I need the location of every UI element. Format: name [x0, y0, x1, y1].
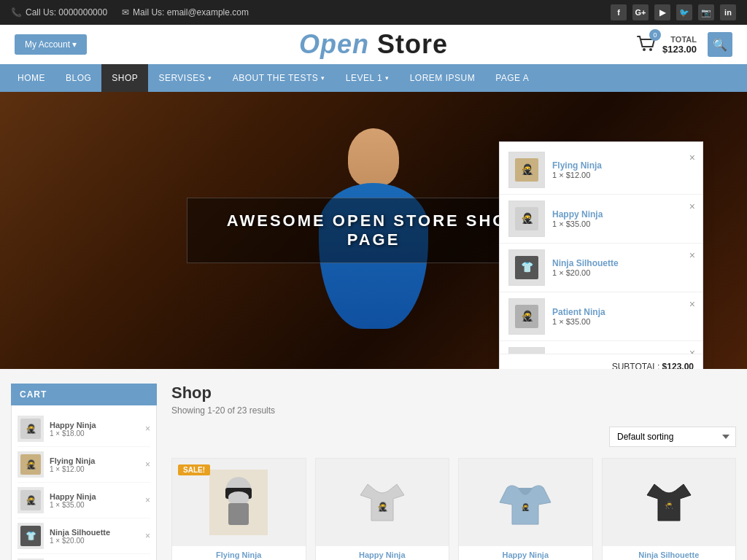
sidebar-thumb-svg: 🥷	[20, 419, 41, 439]
svg-point-1	[649, 48, 652, 51]
sidebar-item-thumb: 👕	[18, 523, 44, 549]
product-image: 🥷	[640, 470, 698, 535]
cart-total: TOTAL $123.00	[662, 35, 697, 55]
cart-dropdown-scroll[interactable]: 🥷 Flying Ninja 1 × $12.00 × 🥷	[500, 142, 703, 354]
hero-section: AWESOME OPEN STORE SHOP PAGE 🥷 Flying Ni…	[0, 92, 747, 369]
cart-dropdown-subtotal: SUBTOTAL: $123.00	[500, 354, 703, 369]
cart-dropdown-item: 🥷 Patient Ninja 1 × $35.00 ×	[500, 292, 703, 341]
product-image-wrap: 🥷	[316, 459, 449, 546]
cart-item-thumbnail: 🥷	[508, 152, 545, 188]
product-image-wrap: 🥷	[459, 459, 592, 546]
linkedin-icon[interactable]: in	[720, 4, 736, 20]
product-card[interactable]: SALE! Flying Ninja	[171, 458, 306, 560]
sort-select[interactable]: Default sorting Sort by popularity Sort …	[609, 427, 736, 447]
my-account-button[interactable]: My Account ▾	[15, 34, 87, 55]
mail-icon: ✉	[122, 7, 129, 18]
main-content: CART 🥷 Happy Ninja 1 × $18.00 ×	[0, 369, 747, 560]
svg-point-27	[228, 491, 249, 503]
sidebar-item-name: Flying Ninja	[50, 456, 139, 465]
cart-item-remove-button[interactable]: ×	[689, 347, 695, 354]
header: My Account ▾ Open Store 0 TOTAL $123.00 …	[0, 25, 747, 64]
email-info: ✉ Mail Us: email@example.com	[122, 7, 249, 18]
nav-blog[interactable]: BLOG	[55, 64, 101, 92]
search-button[interactable]: 🔍	[708, 32, 732, 57]
sidebar-item-name: Ninja Silhouette	[50, 528, 139, 537]
sidebar-remove-button[interactable]: ×	[145, 459, 150, 470]
sidebar-cart-item: 🥷 Patient Ninja 1 × $35.00 ×	[18, 554, 150, 560]
cart-item-remove-button[interactable]: ×	[689, 152, 695, 163]
product-name: Flying Ninja	[172, 546, 306, 560]
patient-ninja-thumb: 🥷	[514, 303, 540, 330]
flying-ninja-thumb: 🥷	[514, 157, 540, 183]
sale-badge: SALE!	[178, 464, 210, 475]
sidebar-item-info: Happy Ninja 1 × $35.00	[50, 492, 139, 509]
sidebar-remove-button[interactable]: ×	[145, 424, 150, 434]
sidebar-cart-item: 👕 Ninja Silhouette 1 × $20.00 ×	[18, 518, 150, 554]
shop-results-count: Showing 1-20 of 23 results	[171, 405, 736, 416]
sidebar-item-thumb: 🥷	[18, 487, 44, 513]
cart-item-remove-button[interactable]: ×	[689, 201, 695, 212]
top-bar-left: 📞 Call Us: 0000000000 ✉ Mail Us: email@e…	[11, 7, 249, 18]
product-name: Happy Ninja	[459, 546, 592, 560]
subtotal-label: SUBTOTAL:	[612, 362, 660, 369]
shop-area: Shop Showing 1-20 of 23 results Default …	[171, 384, 736, 560]
svg-text:🥷: 🥷	[521, 163, 534, 176]
twitter-icon[interactable]: 🐦	[676, 4, 692, 20]
ninja-silhouette-thumb: 👕	[514, 254, 540, 281]
cart-item-remove-button[interactable]: ×	[689, 249, 695, 261]
nav-home[interactable]: HOME	[7, 64, 55, 92]
cart-item-remove-button[interactable]: ×	[689, 298, 695, 310]
email-text: Mail Us: email@example.com	[133, 7, 249, 18]
nav-services[interactable]: SERVISES ▾	[148, 64, 222, 92]
product-image: 🥷	[496, 470, 554, 535]
facebook-icon[interactable]: f	[611, 4, 627, 20]
sidebar-remove-button[interactable]: ×	[145, 495, 150, 505]
cart-item-qty-price: 1 × $35.00	[552, 317, 694, 326]
cart-item-thumbnail: 🥷	[508, 298, 545, 335]
product-name: Ninja Silhouette	[603, 546, 736, 560]
cart-total-label: TOTAL	[662, 35, 697, 44]
sidebar-cart-title: CART	[11, 384, 157, 405]
hero-text: AWESOME OPEN STORE SHOP PAGE	[217, 211, 530, 249]
youtube-icon[interactable]: ▶	[654, 4, 670, 20]
nav-about[interactable]: ABOUT THE TESTS ▾	[222, 64, 336, 92]
cart-area[interactable]: 0 TOTAL $123.00	[636, 34, 697, 56]
sidebar-item-price: 1 × $20.00	[50, 537, 139, 545]
sidebar-item-info: Ninja Silhouette 1 × $20.00	[50, 528, 139, 545]
cart-dropdown: 🥷 Flying Ninja 1 × $12.00 × 🥷	[499, 141, 703, 369]
product-card[interactable]: 🥷 Happy Ninja	[315, 458, 450, 560]
cart-item-qty-price: 1 × $12.00	[552, 171, 694, 179]
cart-item-info: Ninja Silhouette 1 × $20.00	[552, 258, 694, 277]
product-image-wrap: 🥷	[603, 459, 736, 546]
cart-item-name: Happy Ninja	[552, 209, 694, 219]
svg-text:🥷: 🥷	[26, 459, 36, 470]
cart-item-name: Flying Ninja	[552, 160, 694, 171]
sidebar-item-price: 1 × $12.00	[50, 465, 139, 473]
product-name: Happy Ninja	[316, 546, 449, 560]
cart-dropdown-item: 🥷 Flying Ninja 1 × $12.00 ×	[500, 146, 703, 195]
sidebar-remove-button[interactable]: ×	[145, 531, 150, 541]
svg-text:🥷: 🥷	[521, 212, 534, 225]
nav-shop[interactable]: SHOP	[101, 64, 148, 92]
nav-pagea[interactable]: PAGE A	[485, 64, 539, 92]
header-right: 0 TOTAL $123.00 🔍	[636, 32, 732, 57]
nav-lorem[interactable]: LOREM IPSUM	[400, 64, 486, 92]
cart-item-info: Happy Ninja 1 × $35.00	[552, 209, 694, 228]
chevron-down-icon: ▾	[385, 74, 390, 82]
svg-text:🥷: 🥷	[26, 494, 36, 505]
svg-point-0	[643, 48, 646, 51]
cart-item-qty-price: 1 × $35.00	[552, 219, 694, 228]
product-image: 🥷	[353, 470, 411, 535]
sidebar-item-thumb: 🥷	[18, 451, 44, 478]
product-card[interactable]: 🥷 Happy Ninja	[458, 458, 593, 560]
product-card[interactable]: 🥷 Ninja Silhouette	[602, 458, 737, 560]
sidebar-item-price: 1 × $18.00	[50, 429, 139, 438]
figure-head	[348, 128, 399, 187]
nav-level1[interactable]: LEVEL 1 ▾	[336, 64, 400, 92]
googleplus-icon[interactable]: G+	[632, 4, 649, 20]
instagram-icon[interactable]: 📷	[698, 4, 714, 20]
logo: Open Store	[299, 29, 448, 60]
happy-ninja-thumb: 🥷	[514, 206, 540, 232]
main-nav: HOME BLOG SHOP SERVISES ▾ ABOUT THE TEST…	[0, 64, 747, 92]
sidebar-thumb-svg: 👕	[20, 526, 41, 546]
